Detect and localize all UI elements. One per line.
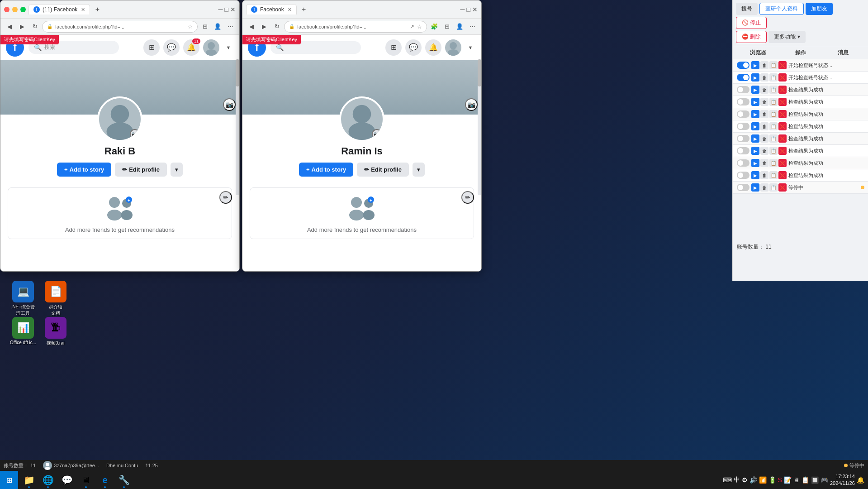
browser-max-btn-left[interactable] bbox=[20, 7, 26, 12]
row-toggle-9[interactable] bbox=[737, 172, 749, 179]
taskbar-app2[interactable]: 🖥 bbox=[77, 471, 95, 489]
notifications-icon-btn-right[interactable]: 🔔 bbox=[425, 39, 441, 56]
trash-icon-5[interactable]: 🗑 bbox=[760, 122, 768, 130]
reload-btn-left[interactable]: ↻ bbox=[29, 21, 40, 32]
copy-icon-8[interactable]: 📋 bbox=[769, 159, 778, 167]
taskbar-edge[interactable]: e bbox=[96, 471, 114, 489]
fb-dropdown-btn-right[interactable]: ▼ bbox=[465, 42, 476, 53]
trash-icon-1[interactable]: 🗑 bbox=[760, 73, 768, 82]
play-icon-10[interactable]: ▶ bbox=[751, 183, 759, 192]
new-tab-btn-right[interactable]: + bbox=[299, 4, 309, 15]
apps-icon-btn-right[interactable]: ⊞ bbox=[385, 39, 402, 56]
split-view-btn-right[interactable]: ⊞ bbox=[441, 21, 452, 32]
desktop-icon-doc[interactable]: 📄 群介绍文档 bbox=[40, 281, 71, 316]
extensions-btn-right[interactable]: 🧩 bbox=[429, 21, 440, 32]
back-btn-right[interactable]: ◀ bbox=[246, 21, 257, 32]
add-to-story-btn-left[interactable]: + Add to story bbox=[57, 163, 111, 177]
copy-icon-3[interactable]: 📋 bbox=[769, 98, 778, 106]
desktop-icon-office[interactable]: 📊 Office dft ic... bbox=[7, 317, 39, 345]
delete-icon-2[interactable]: ❌ bbox=[778, 86, 787, 94]
copy-icon-4[interactable]: 📋 bbox=[769, 110, 778, 118]
new-tab-btn-left[interactable]: + bbox=[92, 4, 103, 15]
tab-close-right[interactable]: ✕ bbox=[288, 7, 292, 13]
taskbar-chrome[interactable]: 🌐 bbox=[39, 471, 57, 489]
trash-icon-4[interactable]: 🗑 bbox=[760, 110, 768, 118]
row-toggle-1[interactable] bbox=[737, 74, 749, 81]
close-window-left[interactable]: ✕ bbox=[230, 6, 236, 13]
row-toggle-5[interactable] bbox=[737, 123, 749, 130]
fb-dropdown-btn-left[interactable]: ▼ bbox=[223, 42, 234, 53]
play-icon-3[interactable]: ▶ bbox=[751, 98, 759, 106]
tab-facebook-left[interactable]: f (11) Facebook ✕ bbox=[28, 4, 90, 14]
copy-icon-5[interactable]: 📋 bbox=[769, 122, 778, 130]
desktop-icon-net[interactable]: 💻 .NET综合管理工具 bbox=[7, 281, 39, 316]
bookmark-icon-left[interactable]: ☆ bbox=[188, 24, 193, 30]
messenger-icon-btn-left[interactable]: 💬 bbox=[163, 39, 180, 56]
messenger-icon-btn-right[interactable]: 💬 bbox=[405, 39, 422, 56]
trash-icon-2[interactable]: 🗑 bbox=[760, 86, 768, 94]
reload-btn-right[interactable]: ↻ bbox=[271, 21, 282, 32]
row-toggle-4[interactable] bbox=[737, 110, 749, 118]
play-icon-0[interactable]: ▶ bbox=[751, 61, 759, 69]
more-options-btn-left[interactable]: ▾ bbox=[171, 163, 183, 177]
taskbar-app3[interactable]: 🔧 bbox=[115, 471, 133, 489]
delete-icon-4[interactable]: ❌ bbox=[778, 110, 787, 118]
row-toggle-8[interactable] bbox=[737, 159, 749, 167]
delete-icon-6[interactable]: ❌ bbox=[778, 134, 787, 143]
play-icon-7[interactable]: ▶ bbox=[751, 147, 759, 155]
delete-icon-3[interactable]: ❌ bbox=[778, 98, 787, 106]
forward-btn-left[interactable]: ▶ bbox=[17, 21, 28, 32]
profile-btn-left[interactable]: 👤 bbox=[212, 21, 223, 32]
copy-icon-0[interactable]: 📋 bbox=[769, 61, 778, 69]
play-icon-2[interactable]: ▶ bbox=[751, 86, 759, 94]
copy-icon-2[interactable]: 📋 bbox=[769, 86, 778, 94]
delete-icon-0[interactable]: ❌ bbox=[778, 61, 787, 69]
taskbar-app1[interactable]: 💬 bbox=[58, 471, 76, 489]
play-icon-9[interactable]: ▶ bbox=[751, 171, 759, 179]
split-view-btn-left[interactable]: ⊞ bbox=[199, 21, 210, 32]
btn-profile[interactable]: 查研个人资料 bbox=[759, 3, 804, 15]
apps-icon-btn-left[interactable]: ⊞ bbox=[143, 39, 160, 56]
address-bar-right[interactable]: 🔒 facebook.com/profile.php?id=... ↗ ☆ bbox=[284, 21, 427, 33]
trash-icon-0[interactable]: 🗑 bbox=[760, 61, 768, 69]
trash-icon-6[interactable]: 🗑 bbox=[760, 134, 768, 143]
fb-avatar-small-left[interactable] bbox=[203, 39, 219, 56]
row-toggle-7[interactable] bbox=[737, 147, 749, 154]
taskbar-file-explorer[interactable]: 📁 bbox=[20, 471, 38, 489]
minimize-window-left[interactable]: ─ bbox=[218, 6, 223, 13]
copy-icon-1[interactable]: 📋 bbox=[769, 73, 778, 82]
row-toggle-10[interactable] bbox=[737, 184, 749, 191]
browser-close-btn-left[interactable] bbox=[4, 7, 9, 12]
taskbar-start-btn[interactable]: ⊞ bbox=[0, 471, 18, 489]
tab-close-left[interactable]: ✕ bbox=[81, 7, 85, 13]
taskbar-clock[interactable]: 17:23:14 2024/11/26 bbox=[830, 473, 855, 487]
friends-edit-btn-left[interactable]: ✏ bbox=[219, 191, 232, 204]
friends-edit-btn-right[interactable]: ✏ bbox=[461, 191, 474, 204]
delete-icon-8[interactable]: ❌ bbox=[778, 159, 787, 167]
share-icon-right[interactable]: ↗ bbox=[410, 24, 414, 30]
row-toggle-0[interactable] bbox=[737, 62, 749, 69]
add-to-story-btn-right[interactable]: + Add to story bbox=[299, 163, 353, 177]
notifications-icon-btn-left[interactable]: 🔔 11 bbox=[183, 39, 199, 56]
trash-icon-8[interactable]: 🗑 bbox=[760, 159, 768, 167]
scroll-indicator-right[interactable] bbox=[478, 59, 481, 195]
trash-icon-10[interactable]: 🗑 bbox=[760, 183, 768, 192]
more-btn-left[interactable]: ⋯ bbox=[225, 21, 236, 32]
minimize-window-right[interactable]: ─ bbox=[460, 6, 465, 13]
cover-camera-btn-right[interactable]: 📷 bbox=[465, 98, 478, 111]
play-icon-5[interactable]: ▶ bbox=[751, 122, 759, 130]
delete-icon-1[interactable]: ❌ bbox=[778, 73, 787, 82]
btn-search[interactable]: 搜号 bbox=[736, 3, 758, 15]
play-icon-1[interactable]: ▶ bbox=[751, 73, 759, 82]
trash-icon-7[interactable]: 🗑 bbox=[760, 147, 768, 155]
forward-btn-right[interactable]: ▶ bbox=[259, 21, 270, 32]
scroll-indicator-left[interactable] bbox=[236, 59, 239, 195]
tab-facebook-right[interactable]: f Facebook ✕ bbox=[246, 4, 297, 14]
play-icon-4[interactable]: ▶ bbox=[751, 110, 759, 118]
notification-center-icon[interactable]: 🔔 bbox=[857, 476, 864, 484]
address-bar-left[interactable]: 🔒 facebook.com/profile.php?id=... ☆ bbox=[42, 21, 198, 33]
edit-profile-btn-left[interactable]: ✏ Edit profile bbox=[115, 163, 167, 177]
play-icon-6[interactable]: ▶ bbox=[751, 134, 759, 143]
trash-icon-3[interactable]: 🗑 bbox=[760, 98, 768, 106]
btn-stop[interactable]: 🚫 停止 bbox=[736, 17, 767, 29]
